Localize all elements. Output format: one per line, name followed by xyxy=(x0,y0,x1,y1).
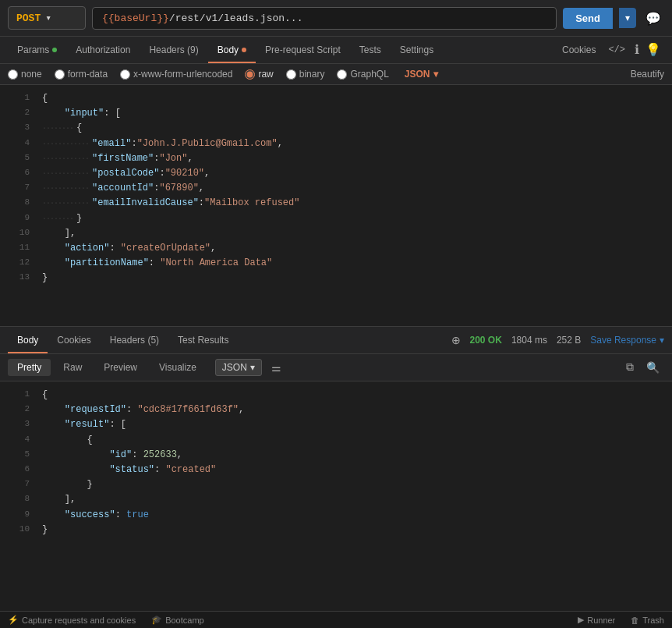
trash-button[interactable]: 🗑 Trash xyxy=(631,616,664,625)
capture-label: Capture requests and cookies xyxy=(22,616,136,625)
trash-icon: 🗑 xyxy=(631,616,639,625)
response-editor[interactable]: 1 { 2 "requestId": "cdc8#17f661fd63f", 3… xyxy=(0,381,672,611)
response-size: 252 B xyxy=(557,335,581,346)
response-json-dropdown[interactable]: JSON ▾ xyxy=(215,359,262,376)
request-line-11: 11 "action": "createOrUpdate", xyxy=(0,241,672,256)
runner-icon: ▶ xyxy=(578,615,584,625)
body-type-row: none form-data x-www-form-urlencoded raw… xyxy=(0,64,672,85)
radio-urlencoded[interactable]: x-www-form-urlencoded xyxy=(120,69,232,80)
params-dot xyxy=(52,48,57,52)
response-format-row: Pretty Raw Preview Visualize JSON ▾ ⚌ ⧉ … xyxy=(0,354,672,381)
tab-tests-label: Tests xyxy=(359,44,381,55)
response-json-chevron-icon: ▾ xyxy=(250,362,255,373)
response-tab-cookies-label: Cookies xyxy=(57,335,90,346)
encoding-icon: ⊕ xyxy=(451,334,461,346)
radio-binary[interactable]: binary xyxy=(286,69,325,80)
tab-authorization-label: Authorization xyxy=(76,44,130,55)
send-button[interactable]: Send xyxy=(563,8,613,29)
tab-body-label: Body xyxy=(218,44,239,55)
request-line-1: 1 { xyxy=(0,91,672,106)
response-tab-test-results-label: Test Results xyxy=(178,335,228,346)
request-line-6: 6 ············"postalCode":"90210", xyxy=(0,166,672,181)
request-tabs-row: Params Authorization Headers (9) Body Pr… xyxy=(0,37,672,64)
response-line-9: 9 "success": true xyxy=(0,508,672,523)
url-template-part: {{baseUrl}} xyxy=(102,12,169,24)
request-editor[interactable]: 1 { 2 "input": [ 3 ········{ 4 ·········… xyxy=(0,85,672,327)
response-tab-headers[interactable]: Headers (5) xyxy=(101,327,168,353)
response-line-6: 6 "status": "created" xyxy=(0,463,672,477)
tab-body[interactable]: Body xyxy=(208,37,256,63)
request-line-9: 9 ········} xyxy=(0,211,672,226)
radio-raw[interactable]: raw xyxy=(245,69,273,80)
format-tab-visualize[interactable]: Visualize xyxy=(150,359,206,376)
url-path-part: /rest/v1/leads.json... xyxy=(169,12,303,24)
tab-tests[interactable]: Tests xyxy=(350,37,391,63)
response-section: Body Cookies Headers (5) Test Results ⊕ … xyxy=(0,327,672,611)
format-tab-preview[interactable]: Preview xyxy=(94,359,147,376)
response-time: 1804 ms xyxy=(511,335,547,346)
response-line-10: 10 } xyxy=(0,523,672,538)
comment-icon[interactable]: 💬 xyxy=(642,8,664,29)
response-line-8: 8 ], xyxy=(0,492,672,507)
tab-settings[interactable]: Settings xyxy=(391,37,443,63)
request-line-3: 3 ········{ xyxy=(0,121,672,136)
response-tab-body-label: Body xyxy=(17,335,38,346)
json-chevron-icon: ▾ xyxy=(433,69,438,80)
tab-headers-label: Headers (9) xyxy=(149,44,198,55)
radio-graphql[interactable]: GraphQL xyxy=(337,69,388,80)
tab-headers[interactable]: Headers (9) xyxy=(140,37,207,63)
send-dropdown-button[interactable]: ▾ xyxy=(619,8,636,28)
bootcamp-label: Bootcamp xyxy=(165,616,204,625)
search-button[interactable]: 🔍 xyxy=(642,360,664,376)
method-value: POST xyxy=(16,12,41,24)
method-chevron-icon: ▾ xyxy=(45,12,51,24)
tab-params-label: Params xyxy=(17,44,49,55)
request-line-5: 5 ············"firstName":"Jon", xyxy=(0,151,672,166)
capture-button[interactable]: ⚡ Capture requests and cookies xyxy=(8,615,136,625)
radio-form-data[interactable]: form-data xyxy=(55,69,108,80)
response-line-4: 4 { xyxy=(0,433,672,448)
url-bar[interactable]: {{baseUrl}}/rest/v1/leads.json... xyxy=(92,7,557,30)
beautify-button[interactable]: Beautify xyxy=(631,69,664,80)
response-tab-body[interactable]: Body xyxy=(8,327,48,353)
bootcamp-button[interactable]: 🎓 Bootcamp xyxy=(151,615,204,625)
radio-none[interactable]: none xyxy=(8,69,42,80)
json-format-dropdown[interactable]: JSON ▾ xyxy=(405,69,438,80)
tab-params[interactable]: Params xyxy=(8,37,66,63)
status-code: 200 OK xyxy=(470,335,502,346)
method-dropdown[interactable]: POST ▾ xyxy=(8,6,86,30)
tab-authorization[interactable]: Authorization xyxy=(66,37,140,63)
save-response-label: Save Response xyxy=(590,335,656,346)
request-line-7: 7 ············"accountId":"67890", xyxy=(0,181,672,196)
runner-label: Runner xyxy=(587,616,615,625)
request-line-13: 13 } xyxy=(0,271,672,286)
response-line-5: 5 "id": 252633, xyxy=(0,448,672,463)
format-tab-pretty[interactable]: Pretty xyxy=(8,359,51,376)
cookies-button[interactable]: Cookies xyxy=(556,37,602,63)
bulb-icon[interactable]: 💡 xyxy=(642,39,664,61)
format-tab-raw[interactable]: Raw xyxy=(54,359,91,376)
body-dot xyxy=(242,48,246,52)
save-response-button[interactable]: Save Response ▾ xyxy=(590,335,664,346)
response-line-1: 1 { xyxy=(0,388,672,403)
request-line-8: 8 ············"emailInvalidCause":"Mailb… xyxy=(0,196,672,211)
request-line-12: 12 "partitionName": "North America Data" xyxy=(0,256,672,271)
top-bar: POST ▾ {{baseUrl}}/rest/v1/leads.json...… xyxy=(0,0,672,37)
request-line-4: 4 ············"email":"John.J.Public@Gma… xyxy=(0,137,672,151)
save-response-chevron-icon: ▾ xyxy=(660,335,664,346)
response-tab-test-results[interactable]: Test Results xyxy=(168,327,238,353)
filter-icon[interactable]: ⚌ xyxy=(271,361,281,374)
code-icon[interactable]: </> xyxy=(602,37,631,63)
runner-button[interactable]: ▶ Runner xyxy=(578,615,615,625)
response-tab-cookies[interactable]: Cookies xyxy=(48,327,100,353)
response-line-2: 2 "requestId": "cdc8#17f661fd63f", xyxy=(0,403,672,417)
tab-prerequest-label: Pre-request Script xyxy=(265,44,341,55)
copy-button[interactable]: ⧉ xyxy=(621,360,638,375)
tab-prerequest[interactable]: Pre-request Script xyxy=(256,37,350,63)
json-format-label: JSON xyxy=(405,69,430,80)
response-tabs-row: Body Cookies Headers (5) Test Results ⊕ … xyxy=(0,327,672,354)
response-tab-headers-label: Headers (5) xyxy=(110,335,159,346)
info-icon[interactable]: ℹ xyxy=(631,39,642,61)
response-json-label: JSON xyxy=(222,362,247,373)
tab-settings-label: Settings xyxy=(400,44,433,55)
